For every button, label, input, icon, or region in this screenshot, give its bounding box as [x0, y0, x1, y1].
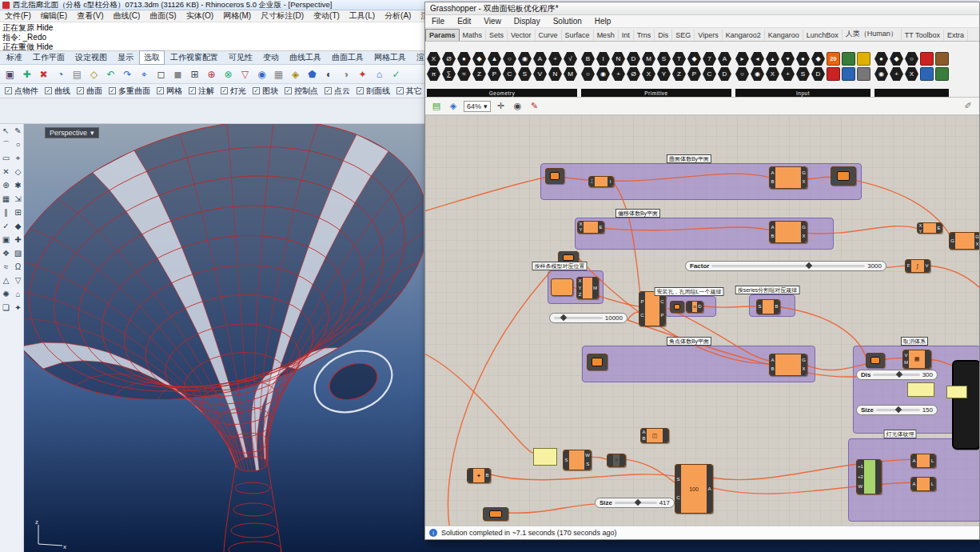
rhino-toolbar-tab[interactable]: 工作视窗配置 — [165, 50, 223, 65]
tool-palette-icon[interactable]: ▽ — [12, 274, 24, 287]
component-hex-icon[interactable]: ◆ — [890, 52, 903, 66]
component-hex-icon[interactable]: A — [718, 52, 731, 66]
component-hex-icon[interactable]: X — [905, 67, 918, 81]
component-hex-icon[interactable]: ◉ — [518, 52, 532, 66]
filter-checkbox[interactable]: ✓剖面线 — [357, 86, 390, 97]
gh-component[interactable]: SWS — [563, 450, 592, 470]
gh-category-tab[interactable]: Vipers — [695, 30, 722, 41]
component-hex-icon[interactable]: D — [718, 67, 731, 81]
gh-menu-item[interactable]: File — [425, 17, 451, 26]
gh-component[interactable]: PCCP — [639, 291, 666, 326]
tool-palette-icon[interactable]: ⌖ — [12, 151, 24, 165]
component-chip-icon[interactable]: 20 — [827, 52, 840, 66]
rhino-menu-item[interactable]: 曲线(C) — [108, 10, 145, 22]
toolbar-icon[interactable]: ▣ — [2, 66, 18, 82]
tool-palette-icon[interactable]: ✺ — [0, 287, 12, 301]
rhino-toolbar-tab[interactable]: 可见性 — [224, 50, 257, 65]
filter-checkbox[interactable]: ✓图块 — [253, 86, 278, 97]
toolbar-icon[interactable]: ◑ — [338, 66, 353, 82]
number-slider[interactable]: Size417 — [595, 498, 675, 508]
component-hex-icon[interactable]: √ — [564, 52, 577, 66]
gh-component[interactable]: AL — [910, 477, 936, 491]
component-hex-icon[interactable]: π — [427, 67, 440, 81]
component-hex-icon[interactable]: M — [564, 67, 577, 81]
tool-palette-icon[interactable]: ✓ — [0, 219, 12, 233]
component-hex-icon[interactable]: S — [518, 67, 532, 81]
rhino-menu-item[interactable]: 文件(F) — [0, 10, 36, 22]
gh-component[interactable]: SC100A — [675, 464, 713, 514]
gh-category-tab[interactable]: LunchBox — [803, 30, 843, 41]
tool-palette-icon[interactable]: ▨ — [12, 246, 24, 260]
component-chip-icon[interactable] — [920, 67, 934, 81]
filter-checkbox[interactable]: ✓灯光 — [221, 86, 246, 97]
number-slider[interactable]: Dis300 — [856, 370, 938, 380]
component-hex-icon[interactable]: ▸ — [735, 52, 749, 66]
gh-category-tab[interactable]: Vector — [508, 30, 536, 41]
filter-checkbox[interactable]: ✓注解 — [189, 86, 214, 97]
toolbar-icon[interactable]: ↷ — [120, 66, 135, 82]
gh-menu-item[interactable]: View — [477, 17, 508, 26]
gh-category-tab[interactable]: Curve — [536, 30, 562, 41]
component-hex-icon[interactable]: ≈ — [457, 67, 471, 81]
gh-category-tab[interactable]: Int — [619, 30, 634, 41]
toolbar-icon[interactable]: ▽ — [237, 66, 253, 82]
toolbar-icon[interactable]: ✚ — [19, 66, 34, 82]
toolbar-icon[interactable]: ◇ — [86, 66, 102, 82]
tool-palette-icon[interactable]: ▦ — [0, 192, 12, 206]
filter-checkbox[interactable]: ✓点云 — [325, 86, 350, 97]
component-chip-icon[interactable] — [857, 67, 870, 81]
rhino-toolbar-tab[interactable]: 网格工具 — [369, 50, 411, 65]
gh-category-tab[interactable]: Maths — [460, 30, 487, 41]
tool-palette-icon[interactable]: ▭ — [0, 151, 12, 165]
component-hex-icon[interactable]: C — [503, 67, 516, 81]
slider-track[interactable] — [876, 409, 920, 411]
component-hex-icon[interactable]: + — [548, 52, 562, 66]
rhino-toolbar-tab[interactable]: 曲线工具 — [285, 50, 326, 65]
component-chip-icon[interactable] — [935, 67, 949, 81]
component-chip-icon[interactable] — [842, 52, 855, 66]
toolbar-icon[interactable]: ⊕ — [204, 66, 219, 82]
toolbar-icon[interactable]: ◔ — [53, 66, 68, 82]
component-hex-icon[interactable]: N — [548, 67, 562, 81]
tool-palette-icon[interactable]: ◆ — [12, 219, 24, 233]
tool-palette-icon[interactable]: ⊞ — [12, 206, 24, 219]
gh-component[interactable] — [831, 166, 856, 186]
tool-palette-icon[interactable]: ✎ — [12, 124, 24, 138]
component-hex-icon[interactable]: S — [657, 52, 671, 66]
tool-palette-icon[interactable]: ⌒ — [0, 138, 12, 151]
number-slider[interactable]: Factor3000 — [685, 261, 886, 271]
gh-component[interactable]: ≡D — [686, 301, 703, 313]
slider-track[interactable] — [554, 317, 603, 319]
gh-component[interactable] — [866, 353, 885, 368]
gh-component[interactable] — [952, 360, 979, 450]
rhino-menu-item[interactable]: 变动(T) — [309, 10, 345, 22]
gh-component[interactable]: XYE — [917, 222, 942, 234]
tool-palette-icon[interactable]: ⊕ — [0, 178, 12, 192]
tool-palette-icon[interactable]: ✦ — [12, 301, 24, 314]
rhino-menu-item[interactable]: 网格(M) — [218, 10, 256, 22]
gh-menu-item[interactable]: Display — [508, 17, 547, 26]
gh-category-tab[interactable]: Mesh — [594, 30, 619, 41]
component-hex-icon[interactable]: A — [533, 52, 547, 66]
component-hex-icon[interactable]: N — [612, 52, 625, 66]
component-hex-icon[interactable]: ◆ — [687, 52, 701, 66]
gh-menu-item[interactable]: Help — [588, 17, 618, 26]
rhino-toolbar-tab[interactable]: 工作平面 — [28, 50, 70, 65]
tool-palette-icon[interactable]: ✕ — [0, 165, 12, 178]
gh-component[interactable]: ABGX — [769, 221, 807, 243]
component-hex-icon[interactable]: D — [811, 67, 825, 81]
gh-component[interactable] — [483, 507, 508, 521]
gh-category-tab[interactable]: 人类（Human） — [843, 28, 902, 41]
gh-menu-item[interactable]: Solution — [547, 17, 588, 26]
gh-component[interactable]: F∫V — [905, 259, 930, 273]
rhino-menu-item[interactable]: 分析(A) — [380, 10, 416, 22]
component-hex-icon[interactable]: + — [890, 67, 903, 81]
component-hex-icon[interactable]: ◆ — [472, 52, 486, 66]
component-hex-icon[interactable]: ▲ — [488, 52, 501, 66]
gh-category-tab[interactable]: Params — [425, 29, 460, 41]
filter-checkbox[interactable]: ✓曲面 — [77, 86, 102, 97]
component-hex-icon[interactable]: V — [533, 67, 547, 81]
component-hex-icon[interactable]: X — [427, 52, 440, 66]
data-panel[interactable] — [907, 382, 934, 397]
gh-component[interactable]: SB — [756, 299, 780, 314]
